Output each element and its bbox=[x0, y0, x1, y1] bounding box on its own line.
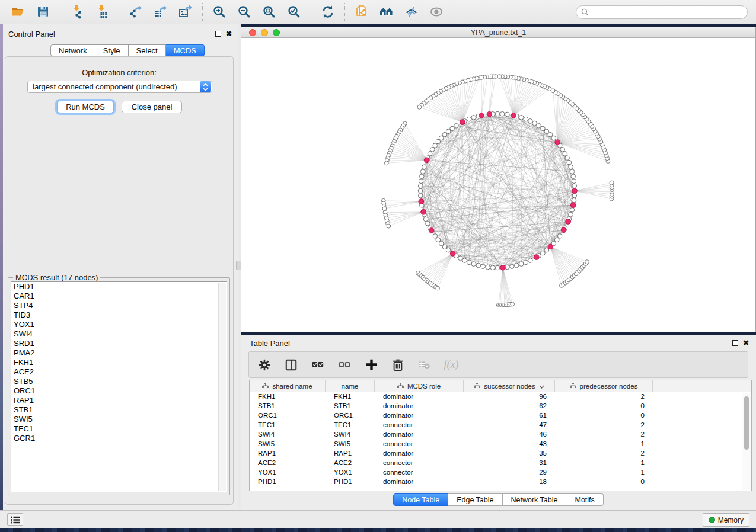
network-node[interactable] bbox=[471, 262, 476, 267]
table-row[interactable]: ACE2ACE2connector311 bbox=[250, 459, 751, 468]
close-panel-button[interactable]: Close panel bbox=[122, 101, 182, 113]
float-table-panel-icon[interactable] bbox=[732, 340, 738, 346]
mcds-node[interactable] bbox=[511, 113, 516, 118]
table-scrollbar[interactable] bbox=[742, 393, 751, 490]
network-graph[interactable] bbox=[241, 38, 755, 331]
network-node[interactable] bbox=[458, 256, 463, 261]
mcds-result-item[interactable]: PMA2 bbox=[11, 348, 227, 358]
tab-edge-table[interactable]: Edge Table bbox=[448, 493, 502, 506]
network-node[interactable] bbox=[569, 165, 573, 169]
satellite-node[interactable] bbox=[511, 302, 515, 306]
deselect-all-icon[interactable] bbox=[337, 358, 352, 372]
column-header-MCDS-role[interactable]: MCDS role bbox=[375, 380, 464, 392]
zoom-fit-icon[interactable] bbox=[260, 3, 278, 21]
network-node[interactable] bbox=[567, 160, 572, 165]
network-node[interactable] bbox=[524, 260, 528, 265]
export-image-icon[interactable] bbox=[177, 3, 194, 21]
mcds-result-item[interactable]: ACE2 bbox=[11, 367, 227, 377]
network-node[interactable] bbox=[528, 258, 533, 263]
table-row[interactable]: PHD1PHD1dominator180 bbox=[250, 477, 751, 487]
satellite-node[interactable] bbox=[417, 105, 422, 109]
mcds-node[interactable] bbox=[479, 113, 484, 118]
mcds-node[interactable] bbox=[555, 140, 560, 145]
tab-node-table[interactable]: Node Table bbox=[393, 493, 448, 506]
mcds-node[interactable] bbox=[450, 251, 455, 257]
network-node[interactable] bbox=[423, 217, 428, 222]
memory-button[interactable]: Memory bbox=[703, 513, 749, 527]
mcds-result-item[interactable]: RAP1 bbox=[11, 396, 227, 405]
table-row[interactable]: SWI5SWI5connector431 bbox=[250, 440, 751, 449]
search-input[interactable] bbox=[592, 8, 742, 16]
network-node[interactable] bbox=[471, 116, 476, 120]
network-node[interactable] bbox=[541, 126, 546, 131]
mcds-result-item[interactable]: GCR1 bbox=[11, 434, 227, 443]
zoom-selected-icon[interactable] bbox=[285, 3, 303, 21]
tab-style[interactable]: Style bbox=[95, 44, 129, 56]
network-node[interactable] bbox=[554, 238, 559, 242]
network-node[interactable] bbox=[544, 129, 549, 134]
float-panel-icon[interactable] bbox=[215, 31, 221, 37]
network-node[interactable] bbox=[528, 119, 533, 124]
network-node[interactable] bbox=[430, 148, 435, 152]
column-header-name[interactable]: name bbox=[326, 380, 375, 392]
zoom-out-icon[interactable] bbox=[235, 3, 253, 21]
mcds-result-item[interactable]: ORC1 bbox=[11, 386, 227, 396]
open-file-icon[interactable] bbox=[9, 3, 27, 21]
satellite-node[interactable] bbox=[497, 75, 502, 79]
export-table-icon[interactable] bbox=[152, 3, 170, 21]
network-node[interactable] bbox=[495, 265, 500, 270]
mcds-node[interactable] bbox=[500, 265, 506, 270]
mcds-result-item[interactable]: STB5 bbox=[11, 377, 227, 386]
satellite-node[interactable] bbox=[384, 161, 388, 165]
table-row[interactable]: TEC1TEC1connector472 bbox=[250, 421, 751, 430]
mcds-node[interactable] bbox=[548, 244, 553, 249]
tab-mcds[interactable]: MCDS bbox=[166, 44, 205, 56]
network-node[interactable] bbox=[548, 132, 553, 137]
table-row[interactable]: STB1STB1dominator620 bbox=[250, 402, 751, 411]
criterion-dropdown[interactable]: largest connected component (undirected) bbox=[27, 81, 212, 93]
satellite-node[interactable] bbox=[610, 181, 614, 185]
network-node[interactable] bbox=[420, 174, 425, 179]
mcds-node[interactable] bbox=[561, 227, 566, 233]
zoom-in-icon[interactable] bbox=[210, 3, 228, 21]
network-node[interactable] bbox=[446, 129, 451, 134]
network-node[interactable] bbox=[565, 156, 570, 161]
network-node[interactable] bbox=[505, 112, 509, 117]
satellite-node[interactable] bbox=[387, 224, 391, 228]
table-row[interactable]: ORC1ORC1dominator610 bbox=[250, 411, 751, 421]
satellite-node[interactable] bbox=[551, 89, 555, 93]
mcds-result-item[interactable]: SWI5 bbox=[11, 415, 227, 424]
close-table-panel-icon[interactable]: ✖ bbox=[743, 340, 749, 346]
network-node[interactable] bbox=[519, 262, 524, 267]
network-node[interactable] bbox=[436, 238, 441, 242]
tab-network-table[interactable]: Network Table bbox=[503, 493, 567, 506]
columns-icon[interactable] bbox=[284, 358, 298, 372]
network-node[interactable] bbox=[519, 116, 524, 120]
network-node[interactable] bbox=[428, 152, 432, 156]
network-node[interactable] bbox=[490, 265, 495, 270]
table-row[interactable]: RAP1RAP1dominator352 bbox=[250, 449, 751, 459]
network-node[interactable] bbox=[442, 132, 447, 137]
mcds-result-item[interactable]: FKH1 bbox=[11, 358, 227, 367]
mcds-node[interactable] bbox=[566, 219, 571, 225]
mcds-result-item[interactable]: CAR1 bbox=[11, 291, 227, 301]
refresh-icon[interactable] bbox=[319, 3, 337, 21]
mcds-result-item[interactable]: STB1 bbox=[11, 405, 227, 415]
network-node[interactable] bbox=[510, 264, 515, 269]
network-node[interactable] bbox=[495, 111, 500, 116]
mcds-result-item[interactable]: TID3 bbox=[11, 310, 227, 320]
network-node[interactable] bbox=[515, 263, 519, 268]
network-window-titlebar[interactable]: YPA_prune.txt_1 bbox=[241, 27, 755, 38]
mcds-result-item[interactable]: SWI4 bbox=[11, 329, 227, 339]
network-node[interactable] bbox=[420, 169, 425, 174]
tab-network[interactable]: Network bbox=[50, 44, 95, 56]
network-node[interactable] bbox=[418, 188, 423, 193]
mcds-node[interactable] bbox=[487, 111, 492, 117]
mcds-node[interactable] bbox=[534, 255, 539, 260]
network-node[interactable] bbox=[557, 234, 562, 239]
network-node[interactable] bbox=[551, 136, 556, 140]
mcds-list-scrollbar[interactable] bbox=[218, 283, 226, 491]
network-node[interactable] bbox=[454, 123, 459, 128]
column-header-shared-name[interactable]: shared name bbox=[250, 380, 326, 392]
tab-motifs[interactable]: Motifs bbox=[566, 493, 603, 506]
